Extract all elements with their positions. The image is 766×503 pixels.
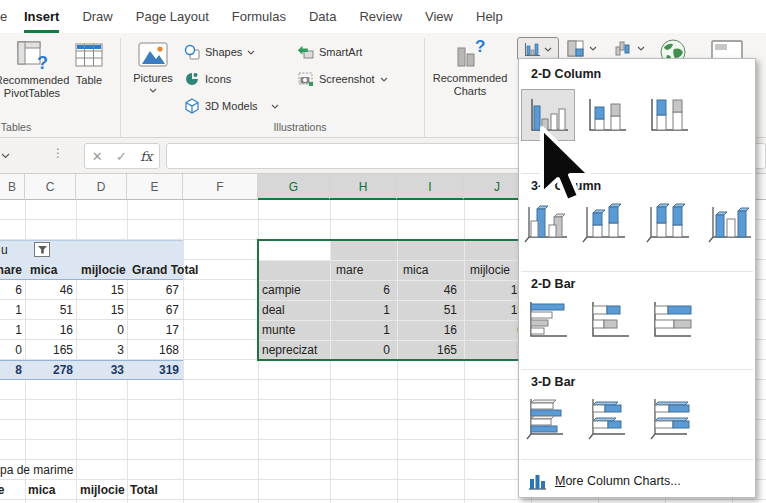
- bottom-header-mica: mica: [28, 480, 55, 500]
- column-chart-dropdown-menu: 2-D Column: [518, 58, 756, 498]
- pivot-cell[interactable]: 1: [0, 300, 22, 320]
- col-header-B[interactable]: B: [0, 174, 25, 200]
- stacked-bar-icon: [585, 298, 631, 342]
- table-button[interactable]: Table: [66, 38, 112, 87]
- pivot-filter-row-bg: [0, 240, 183, 260]
- section-title-2d-column: 2-D Column: [531, 67, 601, 81]
- cancel-icon[interactable]: ✕: [92, 149, 103, 164]
- pivot-cell[interactable]: 17: [127, 320, 179, 340]
- svg-text:?: ?: [475, 38, 485, 56]
- screenshot-label: Screenshot: [319, 73, 375, 85]
- menu-separator: [521, 271, 753, 272]
- pivot-cell[interactable]: 165: [25, 340, 73, 360]
- hierarchy-chart-icon: [566, 39, 585, 58]
- pivot-total-cell[interactable]: 33: [76, 360, 124, 380]
- column-chart-icon: [524, 42, 541, 57]
- shapes-label: Shapes: [205, 46, 242, 58]
- pivot-cell[interactable]: 0: [76, 320, 124, 340]
- tab-page-layout[interactable]: Page Layout: [136, 1, 209, 33]
- name-box-chevron-icon[interactable]: [1, 153, 10, 159]
- pivot-header-mijlocie: mijlocie: [81, 260, 126, 280]
- 3d-clustered-bar-icon: [523, 395, 569, 441]
- col-header-H[interactable]: H: [330, 174, 397, 200]
- bottom-header-mare: re: [0, 480, 4, 500]
- section-title-3d-bar: 3-D Bar: [531, 375, 575, 389]
- thumb-100-stacked-column[interactable]: [645, 92, 691, 138]
- chevron-down-icon: [380, 77, 388, 82]
- col-header-D[interactable]: D: [76, 174, 127, 200]
- pivot-cell[interactable]: 168: [127, 340, 179, 360]
- tab-view[interactable]: View: [425, 1, 453, 33]
- thumb-100-stacked-bar[interactable]: [647, 297, 693, 343]
- pivottable-icon: ?: [15, 38, 49, 74]
- smartart-button[interactable]: SmartArt: [297, 42, 362, 62]
- pivot-cell[interactable]: 6: [0, 280, 22, 300]
- pivot-cell[interactable]: 3: [76, 340, 124, 360]
- 3d-stacked-bar-icon: [585, 395, 631, 441]
- bottom-header-total: Total: [130, 480, 158, 500]
- insert-function-icon[interactable]: fx: [140, 149, 152, 164]
- shapes-icon: [184, 44, 200, 60]
- tab-formulas[interactable]: Formulas: [232, 1, 286, 33]
- formula-button-group: ✕ ✓ fx: [84, 143, 160, 169]
- recommended-pivottables-label-1: Recommended: [0, 74, 69, 87]
- recommended-charts-label-1: Recommended: [433, 72, 508, 85]
- col-header-G[interactable]: G: [258, 174, 330, 200]
- thumb-clustered-bar[interactable]: [523, 297, 569, 343]
- col-header-F[interactable]: F: [183, 174, 258, 200]
- thumb-3d-clustered-bar[interactable]: [523, 395, 569, 441]
- tab-help[interactable]: Help: [476, 1, 503, 33]
- pivot-cell[interactable]: 16: [25, 320, 73, 340]
- ribbon-tab-bar: e Insert Draw Page Layout Formulas Data …: [0, 0, 766, 33]
- pivot-cell[interactable]: 67: [127, 280, 179, 300]
- pivot-cell[interactable]: 15: [76, 280, 124, 300]
- tab-draw[interactable]: Draw: [82, 1, 112, 33]
- pictures-label: Pictures: [133, 72, 173, 85]
- recommended-charts-button[interactable]: ? Recommended Charts: [432, 38, 508, 98]
- col-header-I[interactable]: I: [397, 174, 464, 200]
- pivot-filter-button[interactable]: [34, 242, 50, 257]
- pivot-cell[interactable]: 15: [76, 300, 124, 320]
- pivot-header-mica: mica: [30, 260, 57, 280]
- pivot-filter-label: u: [1, 240, 8, 260]
- tab-insert[interactable]: Insert: [24, 1, 59, 33]
- group-label-illustrations: Illustrations: [240, 121, 360, 133]
- insert-waterfall-chart-button[interactable]: [614, 39, 645, 58]
- pictures-button[interactable]: Pictures: [128, 38, 178, 93]
- insert-hierarchy-chart-button[interactable]: [566, 39, 597, 58]
- pivot-cell[interactable]: 0: [0, 340, 22, 360]
- col-header-E[interactable]: E: [127, 174, 183, 200]
- pivot-total-cell[interactable]: 278: [25, 360, 73, 380]
- col-header-C[interactable]: C: [25, 174, 76, 200]
- pivot-cell[interactable]: 51: [25, 300, 73, 320]
- pivot-header-mare: mare: [0, 260, 22, 280]
- pivot-cell[interactable]: 46: [25, 280, 73, 300]
- pivot-cell[interactable]: 1: [0, 320, 22, 340]
- thumb-stacked-bar[interactable]: [585, 297, 631, 343]
- icons-label: Icons: [205, 73, 231, 85]
- recommended-charts-label-2: Charts: [454, 85, 486, 98]
- more-column-charts-label: More Column Charts...: [555, 474, 681, 488]
- thumb-3d-100-stacked-bar[interactable]: [647, 395, 693, 441]
- pivot-cell[interactable]: 67: [127, 300, 179, 320]
- tab-home-partial[interactable]: e: [0, 1, 10, 33]
- more-column-charts-item[interactable]: More Column Charts...: [527, 467, 749, 495]
- table-label: Table: [76, 74, 102, 87]
- pivot-total-cell[interactable]: 8: [0, 360, 22, 380]
- thumb-3d-column[interactable]: [707, 199, 753, 245]
- shapes-button[interactable]: Shapes: [184, 42, 255, 62]
- pictures-icon: [136, 38, 170, 72]
- tab-review[interactable]: Review: [359, 1, 402, 33]
- chevron-down-icon: [544, 47, 552, 52]
- icons-button[interactable]: Icons: [184, 69, 231, 89]
- 3d-models-button[interactable]: 3D Models: [184, 96, 279, 116]
- smartart-label: SmartArt: [319, 46, 362, 58]
- screenshot-button[interactable]: Screenshot: [297, 69, 388, 89]
- 3d-column-icon: [707, 199, 753, 245]
- formula-bar-grip[interactable]: ⋮: [52, 146, 64, 160]
- pivot-total-cell[interactable]: 319: [127, 360, 179, 380]
- tab-data[interactable]: Data: [309, 1, 336, 33]
- thumb-3d-stacked-bar[interactable]: [585, 395, 631, 441]
- thumb-3d-100-stacked-column[interactable]: [645, 199, 691, 245]
- enter-icon[interactable]: ✓: [116, 149, 127, 164]
